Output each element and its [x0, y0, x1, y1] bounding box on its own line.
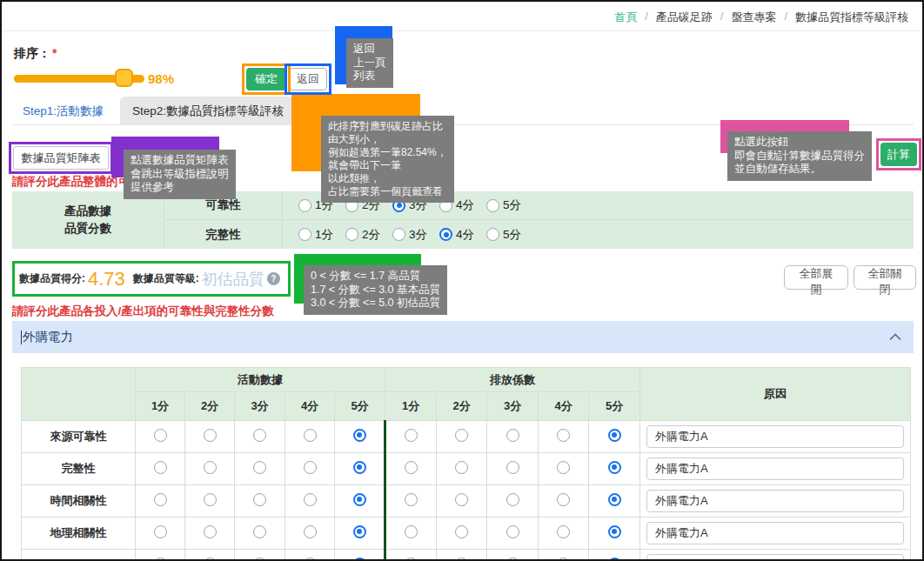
radio-cell-emission-2[interactable]	[437, 518, 487, 550]
panel-header-purchased-electricity[interactable]: 外購電力	[12, 321, 914, 353]
radio-cell-emission-3[interactable]	[487, 453, 539, 485]
score-option-2[interactable]: 2分	[345, 227, 380, 243]
chevron-up-icon[interactable]	[889, 333, 901, 341]
radio-icon[interactable]	[154, 429, 167, 442]
score-option-5[interactable]: 5分	[486, 197, 521, 213]
radio-cell-activity-1[interactable]	[136, 485, 185, 518]
radio-cell-emission-3[interactable]	[487, 550, 539, 561]
radio-icon[interactable]	[608, 493, 621, 506]
radio-icon[interactable]	[557, 558, 570, 561]
calculate-button[interactable]: 計算	[880, 143, 917, 166]
data-quality-matrix-button[interactable]: 數據品質矩陣表	[13, 146, 109, 170]
radio-cell-activity-1[interactable]	[136, 518, 185, 550]
radio-icon[interactable]	[253, 558, 266, 561]
radio-cell-activity-1[interactable]	[136, 453, 185, 485]
radio-cell-emission-5[interactable]	[589, 421, 640, 453]
radio-icon[interactable]	[455, 461, 468, 474]
radio-cell-emission-5[interactable]	[589, 550, 640, 561]
radio-icon[interactable]	[608, 525, 621, 538]
reason-input[interactable]	[646, 490, 904, 512]
radio-cell-activity-3[interactable]	[235, 550, 285, 561]
radio-icon[interactable]	[557, 493, 570, 506]
radio-icon[interactable]	[455, 493, 468, 506]
radio-icon[interactable]	[455, 525, 468, 538]
radio-icon[interactable]	[154, 493, 167, 506]
radio-icon[interactable]	[204, 461, 217, 474]
radio-icon[interactable]	[304, 461, 317, 474]
radio-cell-activity-2[interactable]	[185, 421, 235, 453]
radio-icon[interactable]	[353, 493, 366, 506]
radio-icon[interactable]	[204, 493, 217, 506]
radio-cell-activity-4[interactable]	[285, 485, 335, 518]
radio-icon[interactable]	[608, 429, 621, 442]
radio-icon[interactable]	[154, 525, 167, 538]
radio-cell-emission-1[interactable]	[385, 421, 437, 453]
score-option-4[interactable]: 4分	[439, 227, 474, 243]
radio-cell-emission-4[interactable]	[539, 550, 589, 561]
radio-icon[interactable]	[506, 558, 519, 561]
tab-step1-activity-data[interactable]: Step1:活動數據	[23, 104, 104, 119]
radio-icon[interactable]	[506, 525, 519, 538]
radio-icon[interactable]	[253, 525, 266, 538]
radio-cell-activity-4[interactable]	[285, 453, 335, 485]
radio-icon[interactable]	[455, 429, 468, 442]
radio-icon[interactable]	[405, 429, 418, 442]
radio-cell-activity-3[interactable]	[235, 421, 285, 453]
radio-icon[interactable]	[353, 558, 366, 561]
radio-cell-activity-5[interactable]	[335, 518, 385, 550]
radio-cell-activity-4[interactable]	[285, 550, 335, 561]
radio-icon[interactable]	[557, 429, 570, 442]
radio-icon[interactable]	[253, 493, 266, 506]
radio-cell-activity-2[interactable]	[185, 550, 235, 561]
radio-icon[interactable]	[353, 461, 366, 474]
radio-icon[interactable]	[608, 461, 621, 474]
radio-icon[interactable]	[455, 558, 468, 561]
radio-icon[interactable]	[486, 199, 499, 212]
radio-cell-activity-5[interactable]	[335, 421, 385, 453]
radio-icon[interactable]	[405, 493, 418, 506]
radio-cell-emission-3[interactable]	[487, 518, 539, 550]
radio-cell-activity-5[interactable]	[335, 485, 385, 518]
radio-cell-emission-4[interactable]	[539, 421, 589, 453]
sort-slider-handle[interactable]	[115, 69, 133, 87]
reason-input[interactable]	[646, 522, 904, 544]
radio-icon[interactable]	[405, 525, 418, 538]
radio-icon[interactable]	[439, 228, 452, 241]
radio-cell-emission-4[interactable]	[539, 485, 589, 518]
back-button[interactable]: 返回	[289, 68, 327, 90]
radio-cell-activity-2[interactable]	[185, 518, 235, 550]
radio-cell-activity-3[interactable]	[235, 485, 285, 518]
collapse-all-button[interactable]: 全部關閉	[854, 265, 916, 290]
radio-cell-emission-2[interactable]	[437, 550, 487, 561]
radio-cell-activity-4[interactable]	[285, 421, 335, 453]
radio-icon[interactable]	[253, 461, 266, 474]
radio-icon[interactable]	[304, 493, 317, 506]
confirm-button[interactable]: 確定	[246, 68, 286, 90]
radio-cell-activity-1[interactable]	[136, 421, 185, 453]
radio-cell-emission-1[interactable]	[385, 518, 437, 550]
radio-cell-emission-1[interactable]	[385, 550, 437, 561]
radio-icon[interactable]	[353, 429, 366, 442]
radio-icon[interactable]	[405, 461, 418, 474]
expand-all-button[interactable]: 全部展開	[784, 265, 848, 290]
radio-cell-emission-2[interactable]	[437, 421, 487, 453]
help-icon[interactable]: ?	[267, 272, 280, 285]
radio-icon[interactable]	[204, 525, 217, 538]
radio-cell-emission-5[interactable]	[589, 485, 640, 518]
breadcrumb-item-carbon-footprint[interactable]: 產品碳足跡	[656, 10, 713, 25]
radio-cell-emission-3[interactable]	[487, 421, 539, 453]
reason-input[interactable]	[646, 457, 904, 480]
radio-icon[interactable]	[304, 429, 317, 442]
radio-cell-emission-3[interactable]	[487, 485, 539, 518]
radio-cell-activity-3[interactable]	[235, 453, 285, 485]
radio-icon[interactable]	[353, 525, 366, 538]
reason-input[interactable]	[646, 425, 904, 448]
radio-cell-activity-3[interactable]	[235, 518, 285, 550]
radio-icon[interactable]	[405, 558, 418, 561]
radio-icon[interactable]	[608, 558, 621, 561]
radio-icon[interactable]	[506, 461, 519, 474]
radio-icon[interactable]	[557, 461, 570, 474]
score-option-1[interactable]: 1分	[298, 227, 333, 243]
radio-cell-activity-2[interactable]	[185, 485, 235, 518]
reason-input[interactable]	[646, 554, 904, 561]
